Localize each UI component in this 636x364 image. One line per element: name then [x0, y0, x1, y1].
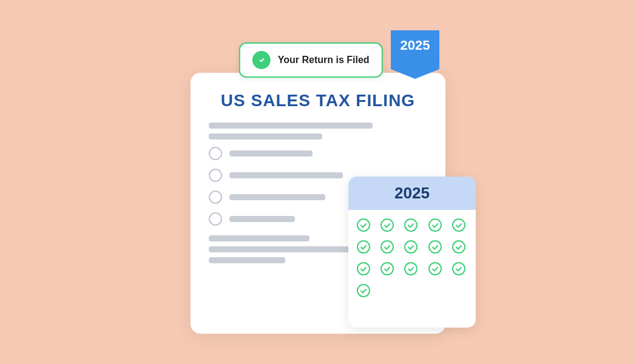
- cal-cell-16: [353, 280, 374, 301]
- cal-cell-25: [448, 302, 469, 323]
- cal-check-icon-12: [380, 261, 394, 276]
- badge-check-icon: [252, 51, 271, 69]
- cal-cell-5: [448, 215, 469, 235]
- svg-point-6: [381, 241, 393, 253]
- cal-cell-10: [448, 237, 469, 257]
- cal-check-icon-10: [452, 240, 466, 254]
- document-title: US SALES TAX FILING: [209, 91, 427, 110]
- cal-cell-11: [353, 258, 374, 279]
- doc-lines-top: [209, 123, 427, 140]
- doc-line-b1: [209, 235, 310, 241]
- svg-point-9: [453, 241, 465, 253]
- cal-check-icon-15: [452, 261, 466, 276]
- svg-point-5: [357, 241, 370, 253]
- cal-cell-2: [377, 215, 397, 235]
- year-ribbon: 2025: [391, 30, 439, 79]
- cal-cell-17: [377, 280, 397, 301]
- cal-cell-8: [401, 237, 421, 257]
- cal-cell-13: [401, 258, 421, 279]
- check-circle-3: [209, 190, 222, 204]
- cal-check-icon-14: [428, 261, 442, 276]
- svg-point-15: [357, 285, 370, 297]
- cal-check-icon-3: [404, 218, 418, 232]
- svg-point-12: [405, 263, 417, 275]
- doc-line-2: [209, 133, 322, 140]
- cal-check-icon-2: [380, 218, 394, 232]
- cal-cell-15: [448, 258, 469, 279]
- svg-point-1: [381, 219, 393, 231]
- svg-point-10: [357, 263, 370, 275]
- calendar-card: 2025: [348, 177, 476, 328]
- check-row-1: [209, 147, 427, 160]
- cal-cell-6: [353, 237, 374, 257]
- svg-point-4: [453, 219, 465, 231]
- cal-check-icon-1: [356, 218, 371, 232]
- svg-point-13: [429, 263, 441, 275]
- cal-cell-14: [425, 258, 445, 279]
- check-line-1: [229, 150, 313, 157]
- svg-point-11: [381, 263, 393, 275]
- cal-cell-9: [425, 237, 445, 257]
- svg-point-14: [453, 263, 465, 275]
- cal-cell-7: [377, 237, 397, 257]
- cal-check-icon-5: [452, 218, 466, 232]
- doc-line-b3: [209, 257, 285, 263]
- cal-cell-18: [401, 280, 421, 301]
- cal-check-icon-11: [356, 261, 371, 276]
- calendar-year: 2025: [348, 177, 476, 210]
- ribbon-year: 2025: [401, 38, 430, 53]
- doc-line-b2: [209, 246, 366, 252]
- check-circle-1: [209, 147, 222, 160]
- cal-cell-1: [353, 215, 374, 235]
- cal-cell-4: [425, 215, 445, 235]
- doc-line-1: [209, 123, 373, 129]
- check-line-3: [229, 194, 325, 200]
- cal-cell-19: [425, 280, 445, 301]
- cal-cell-23: [401, 302, 421, 323]
- svg-point-7: [405, 241, 417, 253]
- check-line-2: [229, 172, 343, 178]
- svg-point-3: [429, 219, 441, 231]
- cal-check-icon-16: [356, 283, 371, 298]
- cal-check-icon-9: [428, 240, 442, 254]
- badge-label: Your Return is Filed: [278, 55, 370, 66]
- cal-cell-3: [401, 215, 421, 235]
- main-scene: 2025 US SALES TAX FILING: [160, 24, 476, 340]
- cal-cell-21: [353, 302, 374, 323]
- cal-cell-20: [448, 280, 469, 301]
- check-line-4: [229, 216, 295, 222]
- check-circle-2: [209, 169, 222, 182]
- svg-point-2: [405, 219, 417, 231]
- cal-check-icon-13: [404, 261, 418, 276]
- svg-point-8: [429, 241, 441, 253]
- calendar-grid: [348, 210, 476, 328]
- check-circle-4: [209, 212, 222, 226]
- cal-check-icon-8: [404, 240, 418, 254]
- svg-point-0: [357, 219, 370, 231]
- cal-cell-24: [425, 302, 445, 323]
- cal-check-icon-6: [356, 240, 371, 254]
- cal-cell-12: [377, 258, 397, 279]
- cal-cell-22: [377, 302, 397, 323]
- cal-check-icon-4: [428, 218, 442, 232]
- cal-check-icon-7: [380, 240, 394, 254]
- notification-badge: Your Return is Filed: [239, 42, 383, 78]
